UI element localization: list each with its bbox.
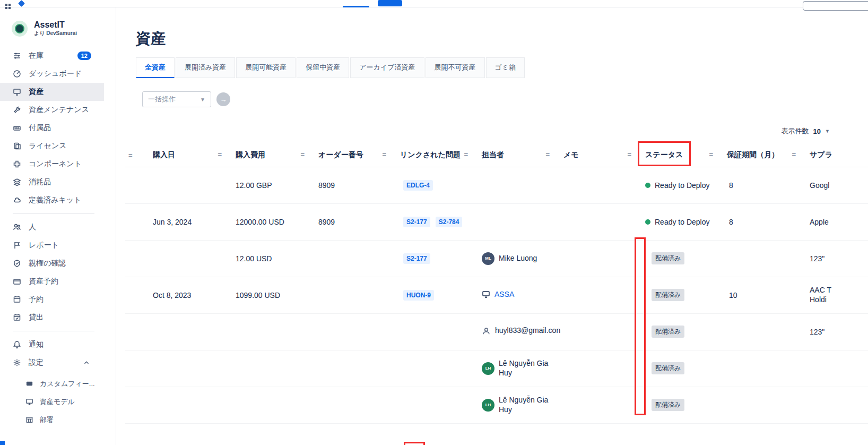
issue-chip[interactable]: EDLG-4	[403, 180, 433, 191]
sidebar-item-predefined-kits[interactable]: 定義済みキット	[0, 191, 104, 209]
filter-icon[interactable]: =	[300, 150, 305, 158]
tab-deployed-assets[interactable]: 展開済み資産	[176, 57, 235, 78]
issue-chip[interactable]: S2-177	[403, 253, 430, 264]
sidebar-item-assets[interactable]: 資産	[0, 83, 104, 101]
filter-icon[interactable]: =	[709, 150, 713, 158]
page-size-label: 表示件数	[782, 126, 809, 136]
status-badge: 配備済み	[652, 252, 684, 264]
sidebar-item-people[interactable]: 人	[0, 218, 104, 236]
sidebar-item-accessories[interactable]: 付属品	[0, 119, 104, 137]
top-navigation-bar	[0, 0, 868, 7]
sidebar-item-label: ライセンス	[29, 141, 67, 151]
bulk-action-go-button[interactable]: →	[216, 92, 230, 106]
issue-chip[interactable]: S2-784	[436, 217, 463, 227]
inventory-count-badge: 12	[77, 52, 91, 60]
issue-chip[interactable]: S2-177	[403, 217, 430, 227]
sidebar-item-custody-check[interactable]: 親権の確認	[0, 254, 104, 272]
status-label: Ready to Deploy	[655, 181, 710, 190]
asset-link[interactable]: ASSA	[494, 290, 514, 298]
page-size-control[interactable]: 表示件数 10 ▼	[782, 126, 830, 136]
cell-status: 配備済み	[637, 350, 718, 387]
cell-purchase-date	[144, 313, 227, 350]
issue-chip[interactable]: HUON-9	[403, 290, 434, 301]
sidebar-item-dashboard[interactable]: ダッシュボード	[0, 65, 104, 83]
filter-icon[interactable]: =	[382, 150, 386, 158]
cell-memo	[555, 313, 637, 350]
tab-trash[interactable]: ゴミ箱	[486, 57, 525, 78]
chevron-up-icon[interactable]	[83, 359, 90, 366]
filter-icon[interactable]: =	[218, 150, 222, 158]
cell-warranty	[718, 387, 801, 423]
cell-purchase-date	[144, 167, 227, 203]
cell-purchase-date	[144, 350, 227, 387]
sidebar-subitem-asset-model[interactable]: 資産モデル	[0, 393, 116, 411]
header-order-number: オーダー番号=	[310, 143, 392, 167]
tab-undeployable-assets[interactable]: 展開不可資産	[426, 57, 485, 78]
sidebar-item-components[interactable]: コンポーネント	[0, 155, 104, 173]
booking-icon	[13, 295, 21, 304]
header-purchase-cost: 購入費用=	[227, 143, 310, 167]
sidebar-item-label: 設定	[29, 358, 44, 367]
page-size-value: 10	[813, 127, 821, 135]
sidebar-divider	[13, 331, 94, 331]
tab-pending-assets[interactable]: 保留中資産	[297, 57, 349, 78]
cell-linked-issues	[392, 350, 473, 387]
cell-linked-issues	[392, 387, 473, 423]
cell-warranty	[718, 313, 801, 350]
sidebar-item-licenses[interactable]: ライセンス	[0, 137, 104, 155]
filter-icon[interactable]: =	[545, 150, 550, 158]
sidebar-item-lending[interactable]: 貸出	[0, 309, 104, 327]
search-input[interactable]	[803, 1, 868, 11]
filter-icon[interactable]: =	[627, 150, 631, 158]
cell-order-number: 8909	[310, 167, 392, 203]
cell-purchase-date	[144, 387, 227, 423]
create-button[interactable]	[378, 0, 402, 6]
assetit-logo-icon	[12, 21, 28, 37]
user-avatar: ML	[482, 252, 494, 265]
cell-status: Ready to Deploy	[637, 203, 718, 240]
bulk-action-select[interactable]: 一括操作 ▼	[142, 91, 211, 107]
sidebar-item-asset-reservation[interactable]: 資産予約	[0, 272, 104, 290]
cell-purchase-cost	[227, 313, 310, 350]
sidebar-item-label: 資産メンテナンス	[29, 105, 89, 115]
status-badge: 配備済み	[652, 289, 684, 301]
sidebar-item-notifications[interactable]: 通知	[0, 336, 104, 354]
sidebar-item-inventory[interactable]: 在庫 12	[0, 47, 104, 65]
filter-icon[interactable]: =	[792, 150, 796, 158]
row-cut-cell	[125, 387, 144, 423]
header-purchase-date: 購入日=	[144, 143, 227, 167]
cell-purchase-cost	[227, 350, 310, 387]
cell-order-number: 8909	[310, 203, 392, 240]
tab-deployable-assets[interactable]: 展開可能資産	[236, 57, 296, 78]
sidebar-item-label: 付属品	[29, 123, 51, 133]
sidebar-subitem-custom-fields[interactable]: カスタムフィー...	[0, 375, 116, 393]
cell-supplier: Apple	[801, 203, 868, 240]
sidebar-item-reports[interactable]: レポート	[0, 236, 104, 254]
filter-icon[interactable]: =	[128, 151, 133, 159]
cell-supplier	[801, 387, 868, 423]
sidebar-item-consumables[interactable]: 消耗品	[0, 173, 104, 191]
sidebar-item-booking[interactable]: 予約	[0, 290, 104, 309]
cell-order-number	[310, 313, 392, 350]
sidebar-subitem-department[interactable]: 部署	[0, 411, 116, 429]
cell-purchase-date: Jun 3, 2024	[144, 203, 227, 240]
app-switcher-icon[interactable]	[5, 2, 11, 11]
inventory-icon	[13, 52, 21, 60]
assignee-name: Mike Luong	[499, 254, 537, 263]
cell-memo	[555, 387, 637, 423]
cell-warranty	[718, 350, 801, 387]
tab-archived-assets[interactable]: アーカイブ済資産	[350, 57, 424, 78]
app-byline: より DevSamurai	[34, 30, 77, 37]
jira-logo-icon[interactable]	[18, 0, 25, 7]
tab-all-assets[interactable]: 全資産	[136, 57, 175, 78]
cell-warranty: 10	[718, 277, 801, 313]
row-cut-cell	[125, 313, 144, 350]
filter-icon[interactable]: =	[464, 150, 468, 158]
sidebar-item-asset-maintenance[interactable]: 資産メンテナンス	[0, 101, 104, 119]
sidebar-item-label: コンポーネント	[29, 159, 82, 169]
sidebar-item-label: 定義済みキット	[29, 195, 81, 205]
status-badge: 配備済み	[652, 362, 684, 374]
status-dot-green	[645, 219, 650, 225]
asset-reservation-icon	[13, 277, 21, 286]
sidebar-item-settings[interactable]: 設定	[0, 354, 104, 372]
